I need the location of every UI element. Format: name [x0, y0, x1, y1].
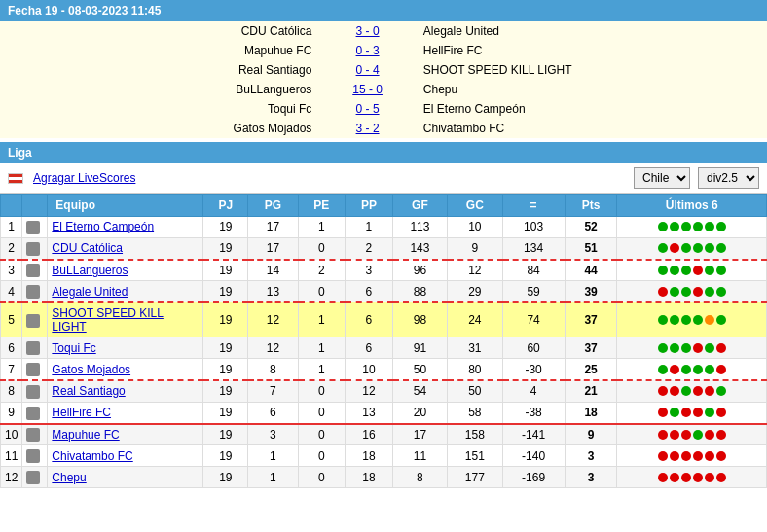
result-dot [670, 287, 679, 297]
position-number: 12 [1, 467, 22, 488]
diff-cell: 84 [502, 260, 565, 281]
result-dot [681, 243, 691, 253]
result-dot [716, 386, 726, 396]
pg-cell: 13 [248, 281, 298, 302]
country-select[interactable]: Chile [634, 167, 690, 189]
team-name-cell: Mapuhue FC [48, 424, 203, 445]
pp-cell: 13 [346, 402, 393, 423]
result-dot [681, 287, 691, 297]
team-icon [26, 221, 40, 234]
table-row: 10 Mapuhue FC 19 3 0 16 17 158 -141 9 [1, 424, 767, 445]
pts-cell: 39 [565, 281, 617, 302]
match-score[interactable]: 0 - 3 [319, 41, 416, 60]
team-link[interactable]: Chepu [52, 471, 86, 484]
table-row: 9 HellFire FC 19 6 0 13 20 58 -38 18 [1, 402, 767, 423]
team-link[interactable]: Chivatambo FC [52, 449, 132, 463]
gc-cell: 80 [448, 359, 502, 380]
table-row: 4 Alegale United 19 13 0 6 88 29 59 39 [1, 281, 767, 302]
last6-cell [617, 302, 767, 337]
result-dot [705, 266, 714, 275]
team-name-cell: SHOOT SPEED KILL LIGHT [48, 302, 203, 337]
team-link[interactable]: HellFire FC [52, 406, 111, 419]
pj-cell: 19 [203, 359, 248, 380]
team-name-cell: CDU Católica [48, 237, 203, 259]
team-icon-cell [22, 402, 48, 423]
match-score[interactable]: 3 - 0 [319, 21, 416, 41]
position-number: 11 [1, 445, 22, 467]
gf-cell: 113 [392, 217, 447, 238]
pe-cell: 1 [298, 302, 346, 337]
team-link[interactable]: Toqui Fc [52, 341, 95, 355]
table-row: 5 SHOOT SPEED KILL LIGHT 19 12 1 6 98 24… [1, 302, 767, 337]
position-number: 1 [1, 217, 22, 238]
diff-cell: 59 [502, 281, 565, 302]
match-score[interactable]: 0 - 4 [319, 60, 416, 80]
result-dot [693, 408, 703, 417]
pts-cell: 52 [565, 217, 617, 238]
col-header-7: GF [392, 195, 447, 217]
match-away: El Eterno Campeón [416, 99, 767, 119]
result-dot [658, 430, 668, 440]
team-link[interactable]: Real Santiago [52, 384, 125, 398]
team-icon-cell [22, 260, 48, 281]
team-name-cell: Real Santiago [48, 380, 203, 402]
result-dot [658, 451, 668, 461]
col-header-5: PE [298, 195, 346, 217]
pts-cell: 3 [565, 467, 617, 488]
gc-cell: 12 [448, 260, 502, 281]
result-dot [681, 386, 691, 396]
pts-cell: 3 [565, 445, 617, 467]
result-dot [716, 222, 726, 231]
last6-cell [617, 337, 767, 359]
pj-cell: 19 [203, 302, 248, 337]
position-number: 8 [1, 380, 22, 402]
result-dot [670, 222, 679, 231]
match-row: Toqui Fc 0 - 5 El Eterno Campeón [0, 99, 767, 119]
last6-cell [617, 380, 767, 402]
match-score[interactable]: 3 - 2 [319, 119, 416, 138]
pp-cell: 2 [346, 237, 393, 259]
team-link[interactable]: Mapuhue FC [52, 428, 119, 442]
team-link[interactable]: CDU Católica [52, 241, 123, 255]
liga-header: Liga [0, 142, 767, 163]
match-score[interactable]: 15 - 0 [319, 80, 416, 99]
gc-cell: 158 [448, 424, 502, 445]
diff-cell: 74 [502, 302, 565, 337]
team-icon-cell [22, 380, 48, 402]
result-dot [693, 365, 703, 374]
team-link[interactable]: Gatos Mojados [52, 363, 130, 376]
result-dot [705, 243, 714, 253]
result-dot [705, 343, 714, 353]
match-score[interactable]: 0 - 5 [319, 99, 416, 119]
team-icon-cell [22, 337, 48, 359]
result-dot [705, 287, 714, 297]
result-dot [716, 315, 726, 325]
last6-cell [617, 359, 767, 380]
pp-cell: 12 [346, 380, 393, 402]
pts-cell: 9 [565, 424, 617, 445]
liga-controls: Agragar LiveScores Chile div2.5 [0, 163, 767, 194]
table-row: 6 Toqui Fc 19 12 1 6 91 31 60 37 [1, 337, 767, 359]
team-link[interactable]: SHOOT SPEED KILL LIGHT [52, 306, 164, 334]
matches-table: CDU Católica 3 - 0 Alegale United Mapuhu… [0, 21, 767, 138]
col-header-11: Últimos 6 [617, 195, 767, 217]
last6-cell [617, 467, 767, 488]
match-away: HellFire FC [416, 41, 767, 60]
table-row: 2 CDU Católica 19 17 0 2 143 9 134 51 [1, 237, 767, 259]
gc-cell: 9 [448, 237, 502, 259]
team-link[interactable]: BuLLangueros [52, 264, 128, 277]
pts-cell: 18 [565, 402, 617, 423]
team-link[interactable]: El Eterno Campeón [52, 220, 154, 233]
last6-cell [617, 402, 767, 423]
pe-cell: 1 [298, 217, 346, 238]
team-icon [26, 363, 40, 376]
pp-cell: 1 [346, 217, 393, 238]
pp-cell: 6 [346, 302, 393, 337]
add-livescores-link[interactable]: Agragar LiveScores [33, 171, 135, 185]
result-dot [681, 365, 691, 374]
pts-cell: 37 [565, 337, 617, 359]
division-select[interactable]: div2.5 [698, 167, 759, 189]
team-link[interactable]: Alegale United [52, 285, 128, 299]
pj-cell: 19 [203, 424, 248, 445]
table-row: 1 El Eterno Campeón 19 17 1 1 113 10 103… [1, 217, 767, 238]
